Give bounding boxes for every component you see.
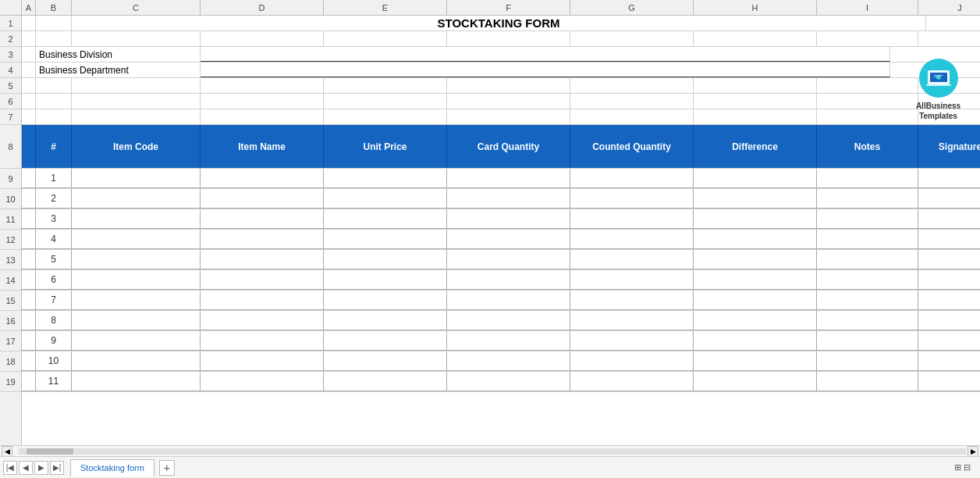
data-cell-1-code[interactable]: [72, 169, 201, 188]
data-cell-3-name[interactable]: [201, 209, 324, 229]
data-cell-9-notes[interactable]: [817, 331, 918, 351]
data-cell-2-num[interactable]: 2: [36, 189, 72, 209]
data-cell-1-counted[interactable]: [570, 169, 694, 188]
data-cell-1-name[interactable]: [201, 169, 324, 188]
data-cell-7-sig[interactable]: [918, 291, 980, 310]
data-cell-10-counted[interactable]: [570, 351, 694, 371]
data-cell-11-card[interactable]: [447, 372, 570, 391]
data-cell-8-counted[interactable]: [570, 311, 694, 330]
data-cell-8-card[interactable]: [447, 311, 570, 330]
data-cell-1-num[interactable]: 1: [36, 169, 72, 188]
data-cell-3-diff[interactable]: [694, 209, 817, 229]
data-cell-7-num[interactable]: 7: [36, 291, 72, 310]
data-cell-5-counted[interactable]: [570, 250, 694, 269]
data-cell-11-notes[interactable]: [817, 372, 918, 391]
data-cell-6-code[interactable]: [72, 270, 201, 290]
scroll-track[interactable]: [19, 448, 966, 455]
data-cell-2-notes[interactable]: [817, 189, 918, 209]
data-cell-7-counted[interactable]: [570, 291, 694, 310]
data-cell-9-price[interactable]: [324, 331, 447, 351]
data-cell-8-num[interactable]: 8: [36, 311, 72, 330]
data-cell-11-counted[interactable]: [570, 372, 694, 391]
data-cell-4-code[interactable]: [72, 230, 201, 249]
business-department-line[interactable]: [201, 62, 890, 77]
data-cell-2-code[interactable]: [72, 189, 201, 209]
data-cell-3-code[interactable]: [72, 209, 201, 229]
data-cell-6-price[interactable]: [324, 270, 447, 290]
data-cell-6-num[interactable]: 6: [36, 270, 72, 290]
data-cell-7-diff[interactable]: [694, 291, 817, 310]
sheet-tab[interactable]: Stocktaking form: [70, 459, 154, 476]
data-cell-1-diff[interactable]: [694, 169, 817, 188]
data-cell-8-diff[interactable]: [694, 311, 817, 330]
data-cell-5-notes[interactable]: [817, 250, 918, 269]
data-cell-10-card[interactable]: [447, 351, 570, 371]
data-cell-7-code[interactable]: [72, 291, 201, 310]
data-cell-2-price[interactable]: [324, 189, 447, 209]
data-cell-3-notes[interactable]: [817, 209, 918, 229]
data-cell-3-price[interactable]: [324, 209, 447, 229]
data-cell-6-sig[interactable]: [918, 270, 980, 290]
data-cell-4-diff[interactable]: [694, 230, 817, 249]
data-cell-7-price[interactable]: [324, 291, 447, 310]
data-cell-4-notes[interactable]: [817, 230, 918, 249]
data-cell-5-sig[interactable]: [918, 250, 980, 269]
data-cell-4-name[interactable]: [201, 230, 324, 249]
data-cell-5-card[interactable]: [447, 250, 570, 269]
data-cell-10-sig[interactable]: [918, 351, 980, 371]
data-cell-9-num[interactable]: 9: [36, 331, 72, 351]
data-cell-6-diff[interactable]: [694, 270, 817, 290]
data-cell-1-sig[interactable]: [918, 169, 980, 188]
data-cell-4-num[interactable]: 4: [36, 230, 72, 249]
tab-nav-next[interactable]: ▶: [34, 461, 48, 475]
data-cell-5-code[interactable]: [72, 250, 201, 269]
data-cell-2-name[interactable]: [201, 189, 324, 209]
data-cell-3-sig[interactable]: [918, 209, 980, 229]
data-cell-4-counted[interactable]: [570, 230, 694, 249]
data-cell-5-num[interactable]: 5: [36, 250, 72, 269]
data-cell-7-name[interactable]: [201, 291, 324, 310]
data-cell-1-card[interactable]: [447, 169, 570, 188]
data-cell-8-notes[interactable]: [817, 311, 918, 330]
data-cell-9-diff[interactable]: [694, 331, 817, 351]
data-cell-6-card[interactable]: [447, 270, 570, 290]
data-cell-4-card[interactable]: [447, 230, 570, 249]
data-cell-9-counted[interactable]: [570, 331, 694, 351]
data-cell-10-name[interactable]: [201, 351, 324, 371]
data-cell-8-code[interactable]: [72, 311, 201, 330]
business-division-line[interactable]: [201, 47, 890, 62]
data-cell-11-diff[interactable]: [694, 372, 817, 391]
data-cell-8-name[interactable]: [201, 311, 324, 330]
data-cell-5-diff[interactable]: [694, 250, 817, 269]
data-cell-1-price[interactable]: [324, 169, 447, 188]
tab-nav-prev[interactable]: ◀: [19, 461, 33, 475]
data-cell-2-sig[interactable]: [918, 189, 980, 209]
data-cell-3-num[interactable]: 3: [36, 209, 72, 229]
data-cell-9-card[interactable]: [447, 331, 570, 351]
data-cell-10-notes[interactable]: [817, 351, 918, 371]
scroll-left-btn[interactable]: ◀: [2, 446, 12, 457]
data-cell-11-sig[interactable]: [918, 372, 980, 391]
data-cell-11-num[interactable]: 11: [36, 372, 72, 391]
data-cell-10-code[interactable]: [72, 351, 201, 371]
data-cell-8-sig[interactable]: [918, 311, 980, 330]
data-cell-2-counted[interactable]: [570, 189, 694, 209]
data-cell-5-price[interactable]: [324, 250, 447, 269]
data-cell-11-code[interactable]: [72, 372, 201, 391]
tab-nav-first[interactable]: |◀: [3, 461, 17, 475]
data-cell-9-sig[interactable]: [918, 331, 980, 351]
data-cell-7-card[interactable]: [447, 291, 570, 310]
data-cell-10-price[interactable]: [324, 351, 447, 371]
data-cell-11-price[interactable]: [324, 372, 447, 391]
data-cell-4-price[interactable]: [324, 230, 447, 249]
scroll-right-btn[interactable]: ▶: [968, 446, 978, 457]
add-sheet-button[interactable]: +: [159, 460, 175, 476]
scroll-thumb[interactable]: [27, 448, 73, 455]
data-cell-6-name[interactable]: [201, 270, 324, 290]
data-cell-8-price[interactable]: [324, 311, 447, 330]
data-cell-9-name[interactable]: [201, 331, 324, 351]
data-cell-6-notes[interactable]: [817, 270, 918, 290]
tab-nav-last[interactable]: ▶|: [50, 461, 64, 475]
data-cell-5-name[interactable]: [201, 250, 324, 269]
data-cell-6-counted[interactable]: [570, 270, 694, 290]
